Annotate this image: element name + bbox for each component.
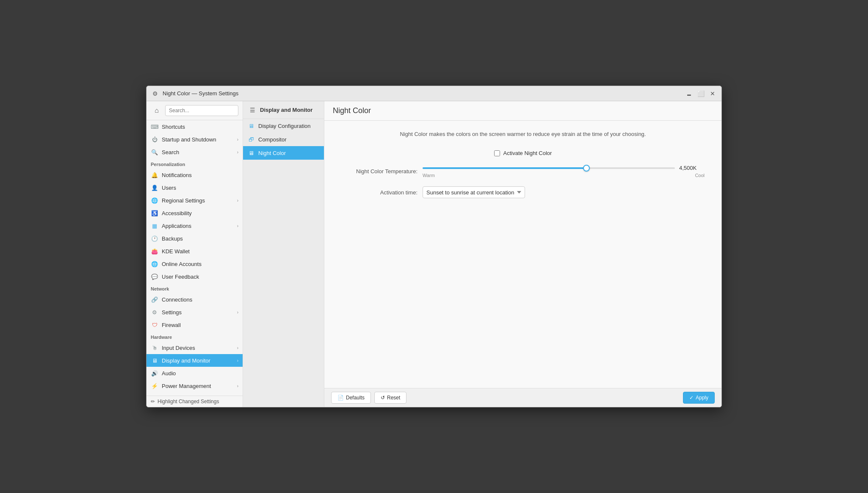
chevron-icon: › [237, 384, 238, 388]
activation-time-select-wrapper: Sunset to sunrise at current location Cu… [423, 186, 525, 198]
minimize-button[interactable]: 🗕 [684, 89, 694, 98]
reset-icon: ↺ [381, 395, 385, 401]
chevron-icon: › [237, 310, 238, 315]
sidebar-item-label: Audio [162, 370, 238, 377]
chevron-icon: › [237, 137, 238, 142]
home-button[interactable]: ⌂ [151, 105, 163, 116]
apply-icon: ✓ [689, 395, 694, 401]
sidebar-item-firewall[interactable]: 🛡 Firewall [147, 319, 243, 331]
sidebar-item-label: Notifications [162, 172, 238, 178]
regional-icon: 🌐 [151, 197, 158, 204]
feedback-icon: 💬 [151, 273, 158, 280]
sidebar-item-label: Search [162, 149, 234, 155]
sidebar-item-user-feedback[interactable]: 💬 User Feedback [147, 270, 243, 283]
accessibility-icon: ♿ [151, 209, 158, 217]
sidebar-item-label: Firewall [162, 322, 238, 328]
defaults-icon: 📄 [337, 395, 344, 401]
footer-left: 📄 Defaults ↺ Reset [331, 392, 406, 404]
notifications-icon: 🔔 [151, 171, 158, 179]
hamburger-button[interactable]: ☰ [247, 105, 257, 115]
users-icon: 👤 [151, 184, 158, 191]
highlight-label: Highlight Changed Settings [158, 399, 219, 404]
sidebar-item-kde-wallet[interactable]: 👛 KDE Wallet [147, 245, 243, 258]
search-icon: 🔍 [151, 148, 158, 156]
middle-item-night-color[interactable]: 🖥 Night Color [243, 146, 324, 160]
section-personalization: Personalization [147, 158, 243, 169]
activation-time-row: Activation time: Sunset to sunrise at cu… [341, 186, 705, 198]
sidebar-item-shortcuts[interactable]: ⌨ Shortcuts [147, 120, 243, 133]
defaults-button[interactable]: 📄 Defaults [331, 392, 371, 404]
system-settings-window: ⚙ Night Color — System Settings 🗕 ⬜ ✕ ⌂ … [146, 86, 722, 407]
titlebar: ⚙ Night Color — System Settings 🗕 ⬜ ✕ [147, 86, 721, 101]
close-button[interactable]: ✕ [708, 89, 717, 98]
compositor-icon: 🗗 [247, 136, 255, 143]
reset-label: Reset [387, 395, 400, 401]
activate-row: Activate Night Color [341, 150, 705, 156]
main-content: Night Color Night Color makes the colors… [324, 101, 721, 407]
sidebar-item-search[interactable]: 🔍 Search › [147, 146, 243, 158]
activate-label[interactable]: Activate Night Color [503, 150, 552, 156]
sidebar: ⌂ ⌨ Shortcuts ⏻ Startup and Shutdown › 🔍… [147, 101, 243, 407]
connections-icon: 🔗 [151, 296, 158, 303]
power-icon: ⚡ [151, 382, 158, 390]
sidebar-item-audio[interactable]: 🔊 Audio [147, 367, 243, 379]
restore-button[interactable]: ⬜ [696, 89, 705, 98]
sidebar-item-label: Users [162, 185, 238, 191]
temperature-slider-thumb[interactable] [583, 165, 590, 172]
sidebar-item-startup-shutdown[interactable]: ⏻ Startup and Shutdown › [147, 133, 243, 146]
online-accounts-icon: 🌐 [151, 260, 158, 268]
applications-icon: ▦ [151, 222, 158, 230]
input-devices-icon: 🖱 [151, 344, 158, 352]
section-network: Network [147, 283, 243, 293]
sidebar-item-accessibility[interactable]: ♿ Accessibility [147, 207, 243, 219]
main-footer: 📄 Defaults ↺ Reset ✓ Apply [324, 388, 721, 407]
settings-icon: ⚙ [151, 308, 158, 316]
temperature-slider-track[interactable] [423, 167, 675, 169]
display-config-icon: 🖥 [247, 122, 255, 130]
middle-item-compositor[interactable]: 🗗 Compositor [243, 133, 324, 146]
middle-item-display-configuration[interactable]: 🖥 Display Configuration [243, 119, 324, 133]
sidebar-item-label: Connections [162, 296, 238, 303]
sidebar-item-label: Accessibility [162, 210, 238, 216]
backups-icon: 🕐 [151, 235, 158, 242]
page-title: Night Color [333, 106, 371, 115]
titlebar-title: Night Color — System Settings [163, 90, 238, 97]
sidebar-item-network-settings[interactable]: ⚙ Settings › [147, 306, 243, 319]
sidebar-item-display-monitor[interactable]: 🖥 Display and Monitor › [147, 354, 243, 367]
activate-checkbox-container: Activate Night Color [494, 150, 552, 156]
sidebar-item-notifications[interactable]: 🔔 Notifications [147, 169, 243, 181]
sidebar-item-label: Online Accounts [162, 261, 238, 267]
chevron-icon: › [237, 224, 238, 228]
sidebar-item-input-devices[interactable]: 🖱 Input Devices › [147, 341, 243, 354]
sidebar-item-users[interactable]: 👤 Users [147, 181, 243, 194]
highlight-changed-settings[interactable]: ✏ Highlight Changed Settings [147, 396, 243, 407]
sidebar-item-power-management[interactable]: ⚡ Power Management › [147, 379, 243, 392]
sidebar-scroll: ⌨ Shortcuts ⏻ Startup and Shutdown › 🔍 S… [147, 120, 243, 396]
sidebar-item-label: Regional Settings [162, 197, 234, 204]
description-text: Night Color makes the colors on the scre… [341, 131, 705, 137]
activation-time-select[interactable]: Sunset to sunrise at current location Cu… [423, 186, 525, 198]
sidebar-item-applications[interactable]: ▦ Applications › [147, 219, 243, 232]
section-hardware: Hardware [147, 331, 243, 341]
middle-item-label: Night Color [258, 150, 286, 156]
activate-night-color-checkbox[interactable] [494, 150, 500, 156]
reset-button[interactable]: ↺ Reset [374, 392, 406, 404]
temperature-slider-container: 4,500K [423, 165, 705, 171]
sidebar-item-bluetooth[interactable]: ⬡ Bluetooth [147, 392, 243, 396]
sidebar-item-connections[interactable]: 🔗 Connections [147, 293, 243, 306]
sidebar-item-label: Input Devices [162, 345, 234, 351]
sidebar-item-regional-settings[interactable]: 🌐 Regional Settings › [147, 194, 243, 207]
app-icon: ⚙ [151, 89, 159, 98]
display-monitor-icon: 🖥 [151, 357, 158, 364]
sidebar-item-backups[interactable]: 🕐 Backups [147, 232, 243, 245]
warm-label: Warm [423, 173, 435, 178]
search-input[interactable] [165, 105, 238, 116]
shortcuts-icon: ⌨ [151, 123, 158, 130]
main-body: Night Color makes the colors on the scre… [324, 121, 721, 388]
sidebar-item-label: Applications [162, 223, 234, 229]
sidebar-header: ⌂ [147, 101, 243, 120]
sidebar-item-label: Startup and Shutdown [162, 136, 234, 143]
activation-time-label: Activation time: [341, 189, 417, 196]
apply-button[interactable]: ✓ Apply [683, 392, 715, 404]
sidebar-item-online-accounts[interactable]: 🌐 Online Accounts [147, 258, 243, 270]
